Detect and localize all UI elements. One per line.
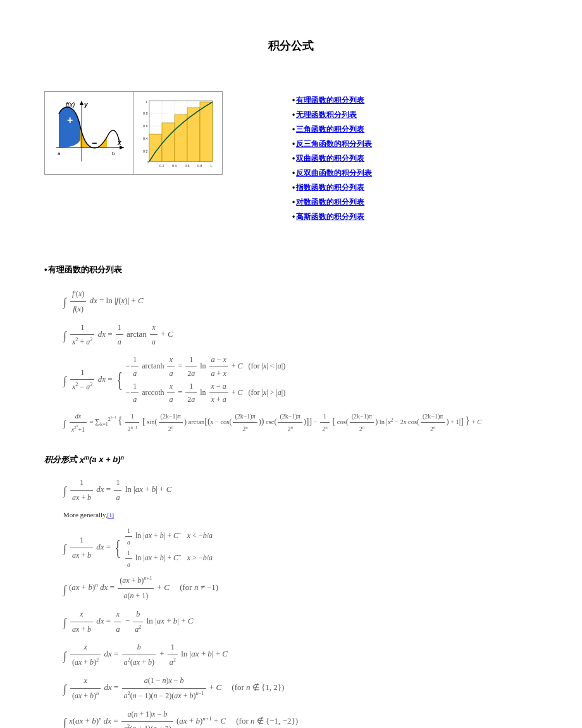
svg-text:0.8: 0.8 — [197, 164, 202, 168]
svg-text:0.4: 0.4 — [172, 164, 177, 168]
toc-link-5[interactable]: 反双曲函数的积分列表 — [296, 168, 372, 177]
svg-rect-49 — [175, 115, 187, 161]
svg-text:0.2: 0.2 — [159, 164, 164, 168]
svg-text:+: + — [67, 115, 73, 125]
svg-rect-50 — [187, 108, 200, 161]
svg-rect-47 — [149, 134, 162, 161]
svg-rect-51 — [200, 102, 213, 161]
svg-rect-48 — [162, 123, 175, 161]
toc-link-3[interactable]: 反三角函数的积分列表 — [296, 139, 372, 148]
svg-text:1: 1 — [146, 100, 147, 104]
ref-1[interactable]: [1] — [108, 512, 115, 518]
svg-text:−: − — [92, 138, 97, 148]
svg-text:1: 1 — [210, 164, 212, 168]
svg-text:0.4: 0.4 — [143, 137, 148, 141]
toc-link-2[interactable]: 三角函数的积分列表 — [296, 125, 364, 134]
toc-link-0[interactable]: 有理函数的积分列表 — [296, 96, 364, 104]
svg-text:b: b — [112, 151, 115, 156]
figure-box: + − f(x) y x a b — [44, 91, 223, 175]
toc-link-6[interactable]: 指数函数的积分列表 — [296, 183, 364, 192]
section-2-title: 积分形式 xm(a x + b)n — [44, 454, 538, 465]
figure-right: 0 0.2 0.4 0.6 0.8 1 0.2 0.4 0.6 0.8 1 — [134, 92, 223, 174]
toc-link-4[interactable]: 双曲函数的积分列表 — [296, 154, 364, 163]
svg-text:0.2: 0.2 — [143, 149, 148, 153]
top-row: + − f(x) y x a b — [44, 91, 538, 226]
svg-text:0.8: 0.8 — [143, 111, 148, 115]
more-generally: More generally, — [63, 511, 108, 518]
toc: •有理函数的积分列表 •无理函数积分列表 •三角函数的积分列表 •反三角函数的积… — [292, 91, 372, 226]
svg-text:0.6: 0.6 — [143, 124, 148, 128]
section-1-title: •有理函数的积分列表 — [44, 264, 538, 275]
svg-text:y: y — [84, 101, 88, 108]
svg-text:a: a — [58, 151, 61, 156]
svg-text:0: 0 — [147, 160, 149, 164]
formula-block-2: ∫1ax + b dx = 1a ln |ax + b| + C More ge… — [63, 475, 538, 728]
toc-link-7[interactable]: 对数函数的积分列表 — [296, 198, 364, 206]
svg-text:x: x — [117, 139, 121, 146]
toc-link-1[interactable]: 无理函数积分列表 — [296, 110, 357, 119]
svg-text:0.6: 0.6 — [185, 164, 190, 168]
page-title: 积分公式 — [44, 38, 538, 53]
formula-block-1: ∫f′(x)f(x) dx = ln |f(x)| + C ∫1x2 + a2 … — [63, 287, 538, 435]
toc-link-8[interactable]: 高斯函数的积分列表 — [296, 212, 364, 221]
figure-left: + − f(x) y x a b — [45, 92, 134, 174]
svg-text:f(x): f(x) — [66, 101, 75, 108]
